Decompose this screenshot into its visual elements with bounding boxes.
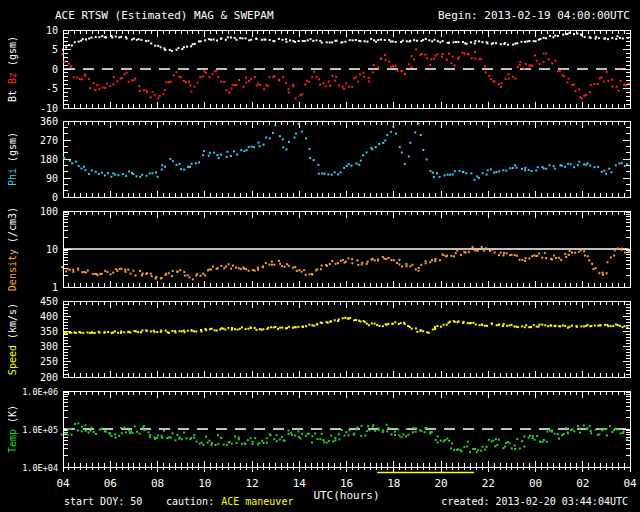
svg-text:1.0E+06: 1.0E+06 [22,387,58,397]
start-doy-label: start DOY: 50 [64,496,142,507]
plot-canvas: 1050-5-10Bt Bz (gsm)360270180900Phi (gsm… [0,0,640,512]
svg-text:1.0E+05: 1.0E+05 [22,425,58,435]
svg-text:200: 200 [40,372,58,383]
svg-text:10: 10 [46,244,58,255]
svg-text:400: 400 [40,311,58,322]
svg-text:100: 100 [40,206,58,217]
svg-text:10: 10 [46,25,58,36]
svg-text:450: 450 [40,296,58,307]
svg-text:Bt Bz (gsm): Bt Bz (gsm) [7,36,18,102]
svg-text:360: 360 [40,116,58,127]
svg-text:-5: -5 [46,83,58,94]
svg-text:Speed (km/s): Speed (km/s) [7,303,18,375]
svg-text:270: 270 [40,135,58,146]
svg-text:Phi (gsm): Phi (gsm) [7,132,18,186]
ace-rtsw-plot: ACE RTSW (Estimated) MAG & SWEPAM Begin:… [0,0,640,512]
svg-text:Density (/cm3): Density (/cm3) [7,207,18,291]
svg-text:-10: -10 [40,103,58,114]
svg-text:1: 1 [52,282,58,293]
svg-text:90: 90 [46,173,58,184]
caution-value: ACE maneuver [221,496,293,507]
svg-text:300: 300 [40,341,58,352]
svg-text:0: 0 [52,64,58,75]
caution-note: caution:ACE maneuver [166,496,293,507]
svg-text:180: 180 [40,154,58,165]
svg-text:250: 250 [40,356,58,367]
svg-text:0: 0 [52,192,58,203]
created-timestamp: created: 2013-02-20 03:44:04UTC [441,496,628,507]
svg-text:5: 5 [52,44,58,55]
svg-text:350: 350 [40,326,58,337]
svg-text:Temp (K): Temp (K) [7,405,18,453]
caution-label: caution: [166,496,214,507]
svg-text:1.0E+04: 1.0E+04 [22,463,58,473]
